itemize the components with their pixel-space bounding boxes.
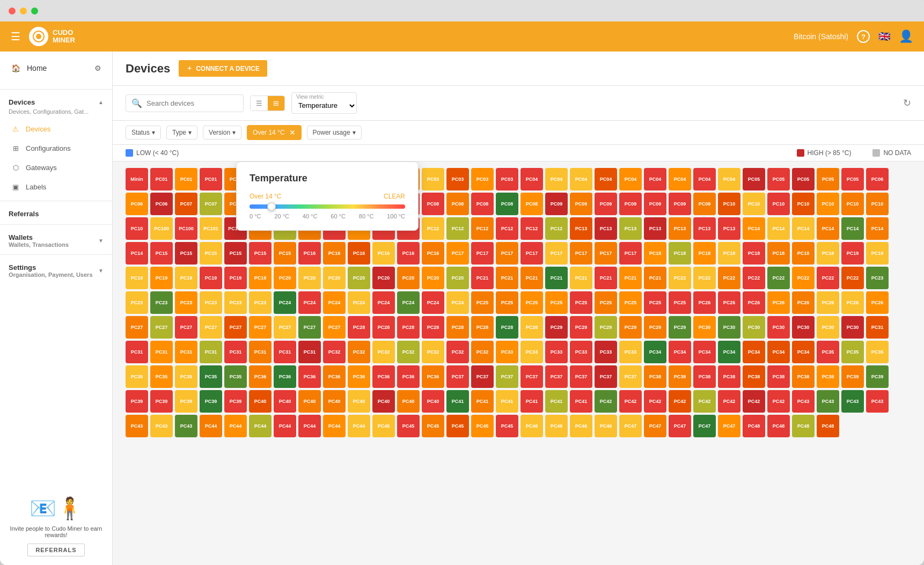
device-tile[interactable]: PC24 xyxy=(397,291,420,314)
device-tile[interactable]: PC31 xyxy=(126,341,148,363)
device-tile[interactable]: PC38 xyxy=(718,365,740,388)
device-tile[interactable]: PC38 xyxy=(792,365,815,388)
refresh-button[interactable]: ↻ xyxy=(903,97,911,109)
device-tile[interactable]: PC31 xyxy=(224,341,247,363)
wallets-group-header[interactable]: Wallets Wallets, Transactions ▼ xyxy=(0,229,112,250)
device-tile[interactable]: PC21 xyxy=(471,267,494,289)
device-tile[interactable]: PC17 xyxy=(471,242,494,265)
device-tile[interactable]: PC44 xyxy=(298,415,321,437)
device-tile[interactable]: PC30 xyxy=(841,316,864,339)
device-tile[interactable]: PC40 xyxy=(397,390,420,413)
device-tile[interactable]: PC24 xyxy=(298,291,321,314)
device-tile[interactable]: PC12 xyxy=(545,217,568,240)
device-tile[interactable]: PC07 xyxy=(200,193,222,215)
device-tile[interactable]: PC33 xyxy=(570,341,592,363)
device-tile[interactable]: PC47 xyxy=(669,415,691,437)
device-tile[interactable]: PC43 xyxy=(175,415,197,437)
device-tile[interactable]: PC10 xyxy=(126,217,148,240)
device-tile[interactable]: PC33 xyxy=(520,341,543,363)
device-tile[interactable]: PC12 xyxy=(496,217,518,240)
device-tile[interactable]: PC14 xyxy=(792,217,815,240)
device-tile[interactable]: PC13 xyxy=(669,217,691,240)
device-tile[interactable]: PC03 xyxy=(496,168,518,190)
device-tile[interactable]: PC46 xyxy=(595,415,617,437)
device-tile[interactable]: PC16 xyxy=(422,242,444,265)
device-tile[interactable]: PC20 xyxy=(397,267,420,289)
device-tile[interactable]: PC38 xyxy=(767,365,790,388)
device-tile[interactable]: PC34 xyxy=(743,341,765,363)
device-tile[interactable]: PC36 xyxy=(348,365,370,388)
device-tile[interactable]: PC40 xyxy=(274,390,296,413)
device-tile[interactable]: PC04 xyxy=(644,168,666,190)
device-tile[interactable]: PC25 xyxy=(669,291,691,314)
device-tile[interactable]: PC16 xyxy=(348,242,370,265)
device-tile[interactable]: PC22 xyxy=(767,267,790,289)
device-tile[interactable]: PC25 xyxy=(520,291,543,314)
device-tile[interactable]: PC27 xyxy=(298,316,321,339)
sidebar-item-home[interactable]: 🏠 Home ⚙ xyxy=(0,58,112,78)
help-icon[interactable]: ? xyxy=(857,30,870,43)
device-tile[interactable]: PC36 xyxy=(422,365,444,388)
device-tile[interactable]: PC45 xyxy=(422,415,444,437)
device-tile[interactable]: PC12 xyxy=(471,217,494,240)
device-tile[interactable]: PC22 xyxy=(792,267,815,289)
device-tile[interactable]: PC44 xyxy=(274,415,296,437)
devices-group-header[interactable]: Devices ▲ xyxy=(0,94,112,108)
device-tile[interactable]: PC21 xyxy=(619,267,642,289)
device-tile[interactable]: PC41 xyxy=(496,390,518,413)
device-tile[interactable]: PC20 xyxy=(422,267,444,289)
device-tile[interactable]: PC23 xyxy=(866,267,889,289)
device-tile[interactable]: PC43 xyxy=(126,415,148,437)
device-tile[interactable]: PC38 xyxy=(669,365,691,388)
device-tile[interactable]: PC44 xyxy=(348,415,370,437)
device-tile[interactable]: PC39 xyxy=(866,365,889,388)
device-tile[interactable]: PC08 xyxy=(422,193,444,215)
device-tile[interactable]: PC25 xyxy=(595,291,617,314)
device-tile[interactable]: PC29 xyxy=(619,316,642,339)
device-tile[interactable]: PC21 xyxy=(496,267,518,289)
active-temp-filter[interactable]: Over 14 °C ✕ xyxy=(247,125,301,140)
device-tile[interactable]: PC23 xyxy=(126,291,148,314)
device-tile[interactable]: PC38 xyxy=(817,365,839,388)
hamburger-menu[interactable]: ☰ xyxy=(11,30,20,43)
device-tile[interactable]: PC17 xyxy=(570,242,592,265)
device-tile[interactable]: PC30 xyxy=(718,316,740,339)
device-tile[interactable]: PC30 xyxy=(693,316,716,339)
device-tile[interactable]: PC46 xyxy=(570,415,592,437)
device-tile[interactable]: PC18 xyxy=(644,242,666,265)
device-tile[interactable]: PC25 xyxy=(619,291,642,314)
device-tile[interactable]: PC05 xyxy=(817,168,839,190)
device-tile[interactable]: PC31 xyxy=(274,341,296,363)
device-tile[interactable]: PC15 xyxy=(150,242,173,265)
device-tile[interactable]: PC37 xyxy=(471,365,494,388)
device-tile[interactable]: PC38 xyxy=(693,365,716,388)
device-tile[interactable]: PC26 xyxy=(718,291,740,314)
device-tile[interactable]: PC27 xyxy=(175,316,197,339)
device-tile[interactable]: PC34 xyxy=(669,341,691,363)
device-tile[interactable]: PC29 xyxy=(570,316,592,339)
device-tile[interactable]: PC47 xyxy=(619,415,642,437)
device-tile[interactable]: PC10 xyxy=(841,193,864,215)
device-tile[interactable]: PC26 xyxy=(792,291,815,314)
device-tile[interactable]: PC45 xyxy=(397,415,420,437)
device-tile[interactable]: PC18 xyxy=(718,242,740,265)
device-tile[interactable]: PC05 xyxy=(767,168,790,190)
device-tile[interactable]: PC42 xyxy=(644,390,666,413)
device-tile[interactable]: PC36 xyxy=(323,365,346,388)
device-tile[interactable]: PC28 xyxy=(471,316,494,339)
device-tile[interactable]: PC26 xyxy=(743,291,765,314)
device-tile[interactable]: PC37 xyxy=(545,365,568,388)
device-tile[interactable]: PC27 xyxy=(200,316,222,339)
device-tile[interactable]: PC40 xyxy=(298,390,321,413)
device-tile[interactable]: PC36 xyxy=(274,365,296,388)
device-tile[interactable]: PC27 xyxy=(323,316,346,339)
device-tile[interactable]: PC30 xyxy=(743,316,765,339)
device-tile[interactable]: PC25 xyxy=(644,291,666,314)
metric-select[interactable]: Temperature Power usage Hashrate xyxy=(292,100,356,112)
device-tile[interactable]: PC47 xyxy=(693,415,716,437)
device-tile[interactable]: PC22 xyxy=(817,267,839,289)
device-tile[interactable]: PC15 xyxy=(274,242,296,265)
device-tile[interactable]: PC06 xyxy=(150,193,173,215)
sidebar-item-labels[interactable]: ▣ Labels xyxy=(0,177,112,196)
device-tile[interactable]: PC31 xyxy=(175,341,197,363)
